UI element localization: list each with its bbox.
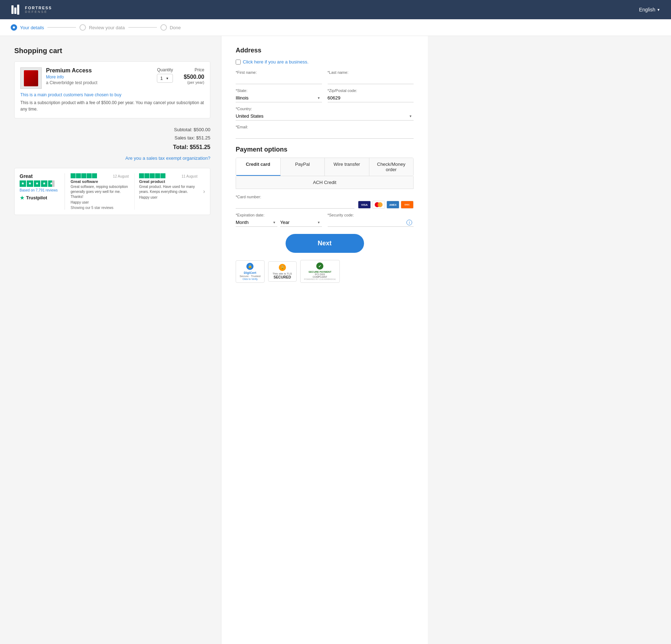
tp-star-2: ★ (27, 180, 33, 187)
cart-box: Premium Access More info a Cleverbridge … (14, 61, 210, 118)
step-review: Review your data (80, 24, 124, 31)
total: Total: $551.25 (14, 142, 210, 153)
digicert-badge[interactable]: 🔒 DigiCert Secure · Trusted Click to Ver… (236, 260, 265, 283)
digicert-sublabel: Secure · Trusted (240, 275, 261, 278)
pci-powered: POWERED BY CLEVERBRIDGE (304, 278, 336, 280)
security-code-input[interactable] (328, 218, 414, 227)
product-main-desc: This is a main product customers have ch… (20, 92, 204, 97)
svg-rect-0 (11, 5, 14, 14)
first-name-input[interactable] (236, 76, 322, 84)
svg-rect-2 (17, 5, 19, 15)
mastercard-icon (372, 201, 385, 209)
tp-review-1-text: Great software, repping subscription gen… (71, 184, 129, 199)
tp-next-review[interactable]: › (203, 173, 205, 210)
tab-ach-credit[interactable]: ACH Credit (236, 176, 414, 189)
pci-badge: ✔ SECURE PAYMENT PCI DSS COMPLIANT POWER… (300, 260, 340, 283)
header: FORTRESS DEFENSE English ▼ (0, 0, 671, 19)
state-select-wrapper: Illinois (236, 94, 322, 102)
digicert-icon: 🔒 (246, 263, 253, 270)
business-link[interactable]: Click here if you are a business. (243, 59, 308, 65)
card-number-label: *Card number: (236, 195, 354, 199)
next-button[interactable]: Next (286, 234, 364, 253)
price-block: Price $500.00 (per year) (184, 67, 204, 85)
tab-credit-card[interactable]: Credit card (236, 158, 281, 176)
more-info-link[interactable]: More info (46, 75, 64, 80)
step-circle-3 (160, 24, 167, 31)
state-group: *State: Illinois (236, 88, 322, 102)
right-panel: Address Click here if you are a business… (221, 36, 428, 644)
tp-showing: Showing our 5 star reviews (71, 206, 129, 210)
tp-logo-text: Trustpilot (26, 195, 47, 200)
country-label: *Country: (236, 107, 414, 111)
state-select[interactable]: Illinois (236, 94, 322, 102)
chevron-down-icon: ▼ (166, 77, 169, 80)
tp-star-1: ★ (20, 180, 26, 187)
tab-check-money[interactable]: Check/Money order (369, 158, 414, 176)
year-select-wrapper: Year (280, 218, 322, 227)
step-connector-2 (128, 27, 157, 28)
step-done: Done (160, 24, 181, 31)
card-number-group: *Card number: (236, 195, 354, 209)
card-form: *Card number: VISA AMEX DISC (236, 195, 414, 227)
tp-review-1: 12 August Great software Great software,… (71, 173, 129, 210)
country-row: *Country: United States (236, 107, 414, 121)
left-panel: Shopping cart Premium Access More info a… (0, 36, 221, 644)
first-name-group: *First name: (236, 70, 322, 84)
qty-value: 1 (160, 76, 163, 81)
security-label: *Security code: (328, 213, 414, 217)
pci-compliant: COMPLIANT (304, 276, 336, 278)
tab-wire-transfer[interactable]: Wire transfer (325, 158, 369, 176)
tp-divider (65, 173, 65, 210)
state-zip-row: *State: Illinois *Zip/Postal code: (236, 88, 414, 102)
step-label-2: Review your data (89, 25, 124, 30)
country-select[interactable]: United States (236, 112, 414, 121)
progress-bar: Your details Review your data Done (0, 19, 671, 36)
card-number-input[interactable] (236, 200, 354, 209)
tp-rating-label: Great (20, 173, 59, 179)
last-name-label: *Last name: (328, 70, 414, 75)
card-number-row: *Card number: VISA AMEX DISC (236, 195, 414, 209)
tab-paypal[interactable]: PayPal (281, 158, 325, 176)
address-title: Address (236, 47, 414, 54)
language-label: English (639, 7, 655, 12)
month-select[interactable]: Month (236, 218, 277, 227)
tp-star-3: ★ (34, 180, 40, 187)
tp-review-2-stars (139, 173, 165, 178)
product-image (20, 67, 42, 89)
zip-input[interactable] (328, 94, 414, 102)
cart-title: Shopping cart (14, 47, 210, 55)
tp-logo-star: ★ (20, 194, 25, 201)
price-amount: $500.00 (184, 74, 204, 80)
tp-review-1-stars (71, 173, 97, 178)
first-name-label: *First name: (236, 70, 322, 75)
cart-qty-price: Quantity 1 ▼ Price $500.00 (per year) (157, 67, 204, 85)
trustpilot-summary: Great ★ ★ ★ ★ ★ Based on 7,791 reviews ★… (20, 173, 59, 201)
year-select[interactable]: Year (280, 218, 322, 227)
price-period: (per year) (184, 80, 204, 85)
price-label: Price (184, 67, 204, 72)
state-label: *State: (236, 88, 322, 93)
digicert-label: DigiCert (240, 271, 261, 275)
visa-icon: VISA (358, 201, 371, 209)
discover-icon: DISC (401, 201, 414, 209)
svg-rect-1 (14, 7, 16, 14)
expiry-row: *Expiration date: Month Year (236, 213, 414, 227)
tax-exempt-link[interactable]: Are you a sales tax exempt organization? (14, 155, 210, 161)
business-checkbox[interactable] (236, 60, 241, 65)
language-selector[interactable]: English ▼ (639, 7, 660, 12)
tp-review-2: 11 August Great product Great product. H… (134, 173, 197, 210)
pci-icon: ✔ (316, 262, 323, 270)
product-description: a Cleverbridge test product (46, 80, 153, 85)
quantity-selector[interactable]: 1 ▼ (157, 74, 173, 83)
pci-label: SECURE PAYMENT (304, 271, 336, 273)
step-circle-1 (11, 24, 17, 31)
tp-review-count[interactable]: Based on 7,791 reviews (20, 188, 59, 192)
security-info-icon[interactable]: i (406, 220, 412, 225)
email-group: *Email: (236, 125, 414, 139)
last-name-input[interactable] (328, 76, 414, 84)
email-input[interactable] (236, 130, 414, 139)
tp-review-1-title: Great software (71, 179, 129, 184)
logo: FORTRESS DEFENSE (11, 4, 52, 15)
tp-review-2-author: Happy user (139, 195, 197, 199)
digicert-clicklabel: Click to Verify (240, 278, 261, 280)
